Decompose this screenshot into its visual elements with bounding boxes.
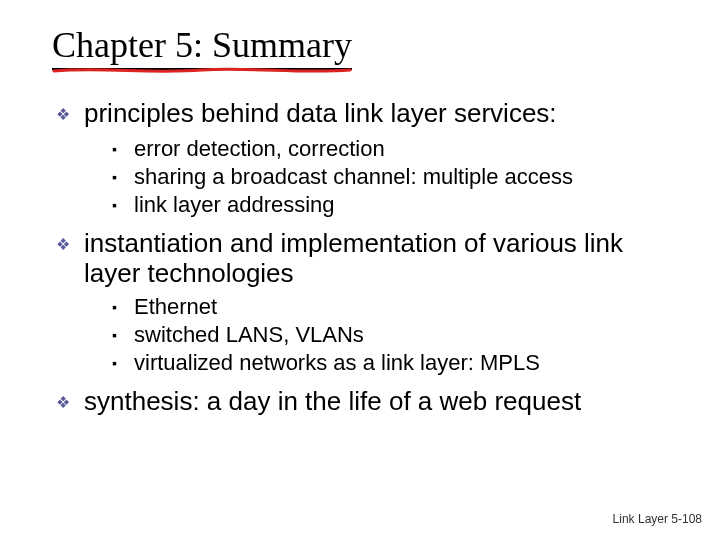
sub-item-text: Ethernet: [134, 294, 217, 320]
underline-red-icon: [52, 66, 352, 76]
sub-item-text: sharing a broadcast channel: multiple ac…: [134, 164, 573, 190]
sub-item: ▪ Ethernet: [112, 294, 680, 320]
square-bullet-icon: ▪: [112, 322, 134, 348]
title-wrap: Chapter 5: Summary: [52, 24, 352, 70]
diamond-bullet-icon: ❖: [56, 98, 84, 130]
list-item-text: instantiation and implementation of vari…: [84, 228, 680, 288]
list-item-text: principles behind data link layer servic…: [84, 98, 557, 128]
sub-item-text: error detection, correction: [134, 136, 385, 162]
sub-item: ▪ switched LANS, VLANs: [112, 322, 680, 348]
sub-item: ▪ sharing a broadcast channel: multiple …: [112, 164, 680, 190]
square-bullet-icon: ▪: [112, 350, 134, 376]
sublist: ▪ error detection, correction ▪ sharing …: [56, 136, 680, 218]
diamond-bullet-icon: ❖: [56, 228, 84, 260]
slide-footer: Link Layer 5-108: [613, 512, 702, 526]
list-item: ❖ instantiation and implementation of va…: [56, 228, 680, 288]
diamond-bullet-icon: ❖: [56, 386, 84, 418]
slide-title: Chapter 5: Summary: [52, 24, 352, 70]
list-item: ❖ principles behind data link layer serv…: [56, 98, 680, 130]
square-bullet-icon: ▪: [112, 294, 134, 320]
list-item-text: synthesis: a day in the life of a web re…: [84, 386, 581, 416]
slide: Chapter 5: Summary ❖ principles behind d…: [0, 0, 720, 540]
sublist: ▪ Ethernet ▪ switched LANS, VLANs ▪ virt…: [56, 294, 680, 376]
content: ❖ principles behind data link layer serv…: [52, 98, 680, 418]
square-bullet-icon: ▪: [112, 136, 134, 162]
sub-item-text: switched LANS, VLANs: [134, 322, 364, 348]
sub-item: ▪ error detection, correction: [112, 136, 680, 162]
square-bullet-icon: ▪: [112, 192, 134, 218]
square-bullet-icon: ▪: [112, 164, 134, 190]
sub-item-text: link layer addressing: [134, 192, 335, 218]
sub-item-text: virtualized networks as a link layer: MP…: [134, 350, 540, 376]
sub-item: ▪ link layer addressing: [112, 192, 680, 218]
list-item: ❖ synthesis: a day in the life of a web …: [56, 386, 680, 418]
sub-item: ▪ virtualized networks as a link layer: …: [112, 350, 680, 376]
